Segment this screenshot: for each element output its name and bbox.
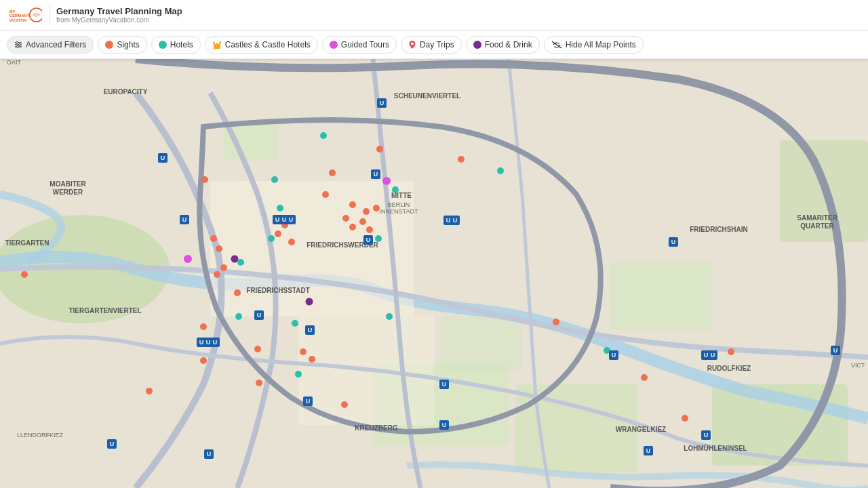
ubahn-marker: U	[439, 380, 449, 389]
sight-point[interactable]	[373, 205, 380, 211]
map-container[interactable]: EUROPACITY MOABITER WERDER SCHEUNENVIERT…	[0, 59, 868, 488]
sight-point[interactable]	[682, 415, 688, 422]
ubahn-marker: U	[439, 420, 449, 430]
ubahn-marker: U	[669, 237, 678, 247]
hotel-point[interactable]	[277, 205, 283, 211]
sight-point[interactable]	[366, 226, 373, 233]
ubahn-marker: U	[210, 338, 220, 347]
hotel-point[interactable]	[295, 371, 302, 378]
hotel-point[interactable]	[237, 259, 244, 266]
sight-point[interactable]	[288, 239, 295, 245]
svg-text:SAMARITER: SAMARITER	[797, 214, 837, 222]
sight-point[interactable]	[256, 380, 262, 386]
guided-tours-filter-button[interactable]: Guided Tours	[322, 36, 397, 54]
svg-text:MY: MY	[9, 9, 16, 14]
svg-rect-12	[216, 43, 218, 45]
site-subtitle: from MyGermanyVacation.com	[56, 16, 182, 24]
svg-text:SCHEUNENVIERTEL: SCHEUNENVIERTEL	[394, 92, 460, 100]
hide-all-button[interactable]: Hide All Map Points	[544, 36, 644, 54]
ubahn-marker: U	[180, 215, 189, 224]
advanced-filters-button[interactable]: Advanced Filters	[7, 36, 94, 54]
sight-point[interactable]	[234, 289, 241, 296]
sight-point[interactable]	[220, 264, 227, 271]
sight-point[interactable]	[309, 356, 315, 363]
sight-point[interactable]	[322, 191, 329, 198]
hotels-filter-button[interactable]: Hotels	[151, 36, 201, 54]
sight-point[interactable]	[216, 245, 222, 252]
sight-point[interactable]	[275, 230, 281, 237]
svg-rect-26	[210, 181, 414, 317]
sight-point[interactable]	[329, 169, 336, 176]
hotel-point[interactable]	[235, 313, 242, 320]
hotel-point[interactable]	[375, 235, 382, 242]
ubahn-marker: U	[701, 430, 711, 440]
ubahn-marker: U	[303, 396, 313, 406]
map-background: EUROPACITY MOABITER WERDER SCHEUNENVIERT…	[0, 59, 868, 488]
castles-filter-button[interactable]: Castles & Castle Hotels	[205, 36, 318, 54]
sight-point[interactable]	[376, 146, 383, 152]
hotel-point[interactable]	[497, 167, 504, 174]
sight-point[interactable]	[214, 271, 220, 278]
sight-point[interactable]	[553, 319, 559, 325]
sight-point[interactable]	[254, 346, 261, 352]
hotel-point[interactable]	[320, 132, 327, 139]
sights-dot	[105, 41, 113, 49]
sight-point[interactable]	[728, 348, 734, 355]
svg-rect-14	[213, 41, 214, 43]
day-trips-label: Day Trips	[420, 40, 454, 49]
site-title-area: Germany Travel Planning Map from MyGerma…	[56, 6, 182, 24]
hotel-point[interactable]	[392, 186, 399, 193]
svg-text:KREUZBERG: KREUZBERG	[355, 424, 398, 432]
guided-tour-point[interactable]	[382, 177, 391, 185]
ubahn-marker: U	[305, 325, 315, 335]
svg-text:FRIEDRICHSHAIN: FRIEDRICHSHAIN	[690, 226, 748, 233]
ubahn-marker: U	[377, 98, 387, 108]
svg-text:GERMANY: GERMANY	[9, 14, 30, 18]
food-point[interactable]	[231, 256, 239, 263]
sights-filter-button[interactable]: Sights	[98, 36, 146, 54]
ubahn-marker: U	[708, 350, 717, 360]
svg-text:LLENDORFKIEZ: LLENDORFKIEZ	[17, 432, 64, 439]
sight-point[interactable]	[349, 201, 356, 208]
castle-icon	[212, 40, 222, 49]
sight-point[interactable]	[201, 176, 208, 183]
hotels-label: Hotels	[170, 40, 193, 49]
sight-point[interactable]	[200, 357, 207, 364]
sight-point[interactable]	[146, 388, 153, 394]
day-trips-filter-button[interactable]: Day Trips	[401, 36, 462, 54]
advanced-filters-label: Advanced Filters	[26, 40, 86, 49]
svg-text:RUDOLFKIEZ: RUDOLFKIEZ	[707, 365, 751, 372]
filter-bar: Advanced Filters Sights Hotels Castles &…	[0, 30, 868, 59]
sight-point[interactable]	[21, 271, 28, 278]
svg-text:OAIT: OAIT	[7, 59, 22, 66]
sight-point[interactable]	[342, 215, 349, 222]
ubahn-marker: U	[363, 235, 373, 245]
guided-tour-point[interactable]	[184, 255, 192, 263]
sight-point[interactable]	[349, 224, 356, 230]
filter-icon	[14, 41, 22, 49]
ubahn-marker: U	[158, 153, 167, 163]
sight-point[interactable]	[200, 323, 207, 330]
hotel-point[interactable]	[268, 235, 275, 242]
ubahn-marker: U	[831, 346, 840, 355]
sight-point[interactable]	[210, 235, 217, 242]
ubahn-marker: U	[609, 350, 618, 360]
food-point[interactable]	[306, 298, 313, 306]
sight-point[interactable]	[359, 218, 366, 225]
sight-point[interactable]	[300, 348, 307, 355]
sight-point[interactable]	[341, 401, 348, 408]
ubahn-marker: U	[254, 310, 264, 320]
hotel-point[interactable]	[292, 320, 298, 327]
hotel-point[interactable]	[386, 313, 393, 320]
svg-rect-20	[610, 262, 712, 330]
logo-area: MY GERMANY VACATION	[8, 4, 42, 26]
hotel-point[interactable]	[271, 176, 278, 183]
eye-off-icon	[551, 41, 562, 49]
sight-point[interactable]	[363, 208, 370, 215]
svg-text:WERDER: WERDER	[53, 188, 83, 196]
sight-point[interactable]	[641, 374, 648, 381]
svg-text:EUROPACITY: EUROPACITY	[104, 88, 148, 96]
sight-point[interactable]	[458, 156, 465, 163]
food-drink-filter-button[interactable]: Food & Drink	[466, 36, 540, 54]
svg-text:TIERGARTEN: TIERGARTEN	[5, 239, 50, 247]
